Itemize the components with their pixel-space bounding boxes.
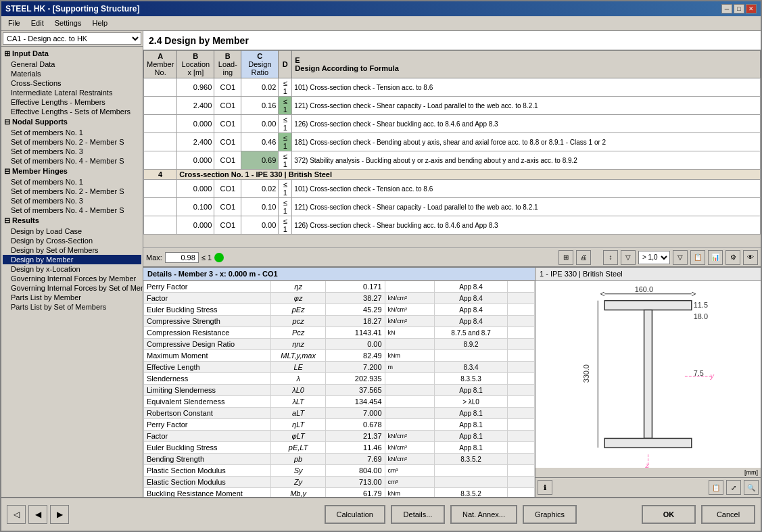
table-row[interactable]: 4Cross-section No. 1 - IPE 330 | British… — [144, 170, 761, 180]
view-btn-2[interactable]: 🖨 — [576, 250, 591, 265]
mm-label: [mm] — [535, 468, 761, 477]
tree-item[interactable]: Design by x-Location — [3, 264, 141, 274]
tree-item: ⊟ Member Hinges — [3, 166, 141, 177]
table-row[interactable]: 2.400 CO1 0.46 ≤ 1 181) Cross-section ch… — [144, 133, 761, 151]
col-c2-header: CDesignRatio — [241, 51, 279, 78]
main-window: STEEL HK - [Supporting Structure] ─ □ ✕ … — [0, 0, 762, 532]
tree-item[interactable]: Set of members No. 4 - Member S — [3, 156, 141, 166]
panel-title: 2.4 Design by Member — [143, 31, 761, 50]
funnel-icon[interactable]: ▽ — [673, 250, 688, 265]
details-row: Maximum Moment MLT,y,max 82.49 kNm — [144, 350, 535, 362]
details-row: Equivalent Slenderness λLT 134.454 > λL0 — [144, 396, 535, 408]
section-copy-btn[interactable]: 📋 — [709, 480, 723, 495]
details-row: Slenderness λ 202.935 8.3.5.3 — [144, 373, 535, 385]
tree-item[interactable]: Design by Cross-Section — [3, 236, 141, 245]
menu-file[interactable]: File — [3, 18, 26, 29]
svg-text:330.0: 330.0 — [582, 364, 590, 383]
details-row: Factor φz 38.27 kN/cm² App 8.4 — [144, 293, 535, 304]
tree-item[interactable]: Set of members No. 3 — [3, 147, 141, 156]
status-indicator — [214, 253, 224, 262]
prev-btn[interactable]: ◁ — [7, 505, 26, 524]
svg-text:11.5: 11.5 — [694, 301, 708, 309]
section-zoom-btn[interactable]: 🔍 — [744, 480, 759, 495]
graphics-button[interactable]: Graphics — [523, 505, 577, 524]
details-row: Effective Length LE 7.200 m 8.3.4 — [144, 362, 535, 373]
details-row: Compressive Design Ratio ηnz 0.00 8.9.2 — [144, 339, 535, 350]
tree-item[interactable]: Effective Lengths - Sets of Members — [3, 107, 141, 116]
details-row: Buckling Resistance Moment Mb,y 61.79 kN… — [144, 488, 535, 498]
tree-item[interactable]: Set of members No. 3 — [3, 196, 141, 205]
export-btn[interactable]: 📋 — [690, 250, 705, 265]
tree-item[interactable]: Set of members No. 1 — [3, 128, 141, 137]
design-table-wrapper[interactable]: AMemberNo. BLocationx [m] BLoad-ing CDes… — [143, 50, 761, 247]
tree-item[interactable]: Set of members No. 2 - Member S — [3, 137, 141, 147]
details-button[interactable]: Details... — [391, 505, 445, 524]
details-title: Details - Member 3 - x: 0.000 m - CO1 — [143, 268, 535, 281]
details-row: Limiting Slenderness λL0 37.565 App 8.1 — [144, 385, 535, 396]
tree-item[interactable]: Effective Lengths - Members — [3, 97, 141, 107]
settings-btn-2[interactable]: ⚙ — [725, 250, 740, 265]
tree-item[interactable]: Set of members No. 4 - Member S — [3, 205, 141, 215]
main-content: AMemberNo. BLocationx [m] BLoad-ing CDes… — [143, 50, 761, 497]
eye-btn[interactable]: 👁 — [743, 250, 758, 265]
table-row[interactable]: 0.960 CO1 0.02 ≤ 1 101) Cross-section ch… — [144, 78, 761, 97]
forward-btn[interactable]: ▶ — [50, 505, 69, 524]
tree-item[interactable]: Governing Internal Forces by Set of Memb… — [3, 283, 141, 293]
section-resize-btn[interactable]: ⤢ — [726, 480, 741, 495]
svg-rect-1 — [644, 310, 652, 439]
view-btn-1[interactable]: ⊞ — [558, 250, 573, 265]
col-c1-header: BLoad-ing — [214, 51, 241, 78]
nat-annex-button[interactable]: Nat. Annex... — [450, 505, 517, 524]
col-e-header: EDesign According to Formula — [292, 51, 761, 78]
tree-item[interactable]: Set of members No. 2 - Member S — [3, 187, 141, 196]
table-row[interactable]: 0.000 CO1 0.00 ≤ 1 126) Cross-section ch… — [144, 216, 761, 235]
maximize-button[interactable]: □ — [734, 4, 744, 14]
menu-edit[interactable]: Edit — [26, 18, 49, 29]
section-footer: ℹ 📋 ⤢ 🔍 — [535, 477, 761, 497]
tree-item[interactable]: Governing Internal Forces by Member — [3, 274, 141, 283]
tree-view: ⊞ Input DataGeneral DataMaterialsCross-S… — [1, 47, 143, 497]
tree-item[interactable]: Set of members No. 1 — [3, 177, 141, 187]
menu-help[interactable]: Help — [87, 18, 113, 29]
cancel-button[interactable]: Cancel — [701, 505, 755, 524]
col-b-header: BLocationx [m] — [177, 51, 214, 78]
tree-item[interactable]: Parts List by Set of Members — [3, 302, 141, 312]
svg-rect-0 — [604, 301, 692, 310]
table-row[interactable]: 0.000 CO1 0.00 ≤ 1 126) Cross-section ch… — [144, 115, 761, 133]
details-row: Euler Buckling Stress pEz 45.29 kN/cm² A… — [144, 304, 535, 316]
upper-section: AMemberNo. BLocationx [m] BLoad-ing CDes… — [143, 50, 761, 266]
tree-item[interactable]: Design by Member — [3, 255, 141, 264]
svg-text:z: z — [645, 461, 650, 468]
svg-text:160.0: 160.0 — [635, 285, 653, 293]
tree-item: ⊟ Nodal Supports — [3, 116, 141, 128]
ratio-filter[interactable]: > 1,0 — [638, 251, 670, 264]
tree-item[interactable]: Materials — [3, 69, 141, 78]
tree-item[interactable]: Design by Set of Members — [3, 245, 141, 255]
chart-btn[interactable]: 📊 — [708, 250, 723, 265]
design-standard-dropdown[interactable]: CA1 - Design acc. to HK — [3, 32, 141, 45]
filter-btn[interactable]: ▽ — [621, 250, 636, 265]
calculation-button[interactable]: Calculation — [325, 505, 385, 524]
tree-item[interactable]: Intermediate Lateral Restraints — [3, 88, 141, 97]
menu-bar: File Edit Settings Help — [1, 16, 761, 31]
back-btn[interactable]: ◀ — [28, 505, 47, 524]
details-table-wrapper[interactable]: Perry Factor ηz 0.171 App 8.4 Factor φz … — [143, 281, 535, 497]
table-row[interactable]: 0.000 CO1 0.02 ≤ 1 101) Cross-section ch… — [144, 180, 761, 198]
design-standard-selector[interactable]: CA1 - Design acc. to HK — [1, 31, 143, 47]
minimize-button[interactable]: ─ — [721, 4, 732, 14]
sort-btn[interactable]: ↕ — [603, 250, 618, 265]
tree-item[interactable]: Parts List by Member — [3, 293, 141, 302]
tree-item[interactable]: General Data — [3, 59, 141, 69]
right-panel: 2.4 Design by Member AMemberNo. BLocatio… — [143, 31, 761, 497]
table-row[interactable]: 2.400 CO1 0.16 ≤ 1 121) Cross-section ch… — [144, 97, 761, 115]
close-button[interactable]: ✕ — [746, 4, 757, 14]
menu-settings[interactable]: Settings — [49, 18, 87, 29]
table-row[interactable]: 0.100 CO1 0.10 ≤ 1 121) Cross-section ch… — [144, 198, 761, 216]
details-row: Perry Factor ηLT 0.678 App 8.1 — [144, 419, 535, 431]
details-table: Perry Factor ηz 0.171 App 8.4 Factor φz … — [143, 281, 535, 497]
tree-item[interactable]: Cross-Sections — [3, 78, 141, 88]
tree-item[interactable]: Design by Load Case — [3, 226, 141, 236]
table-row[interactable]: 0.000 CO1 0.69 ≤ 1 372) Stability analys… — [144, 151, 761, 170]
info-button[interactable]: ℹ — [538, 480, 552, 495]
ok-button[interactable]: OK — [642, 505, 696, 524]
